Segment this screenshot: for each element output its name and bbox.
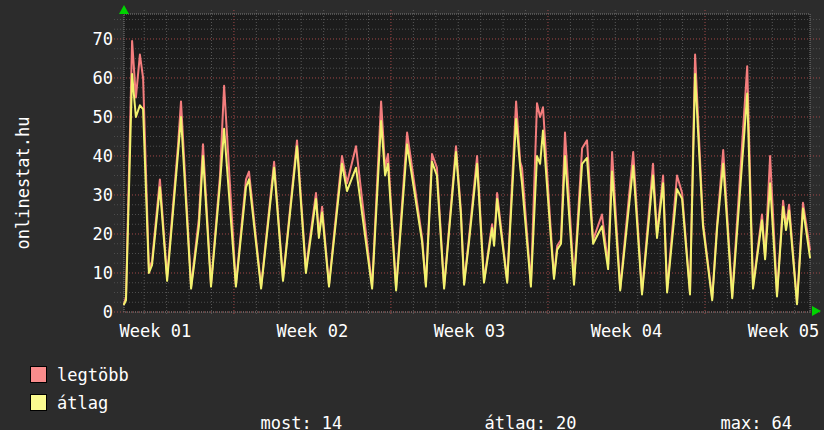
stat-most-value: 14 [322, 413, 342, 430]
y-axis-label: 20 [63, 224, 113, 244]
chart-canvas [112, 2, 824, 320]
y-axis-label: 60 [63, 68, 113, 88]
x-axis-label: Week 04 [566, 321, 686, 341]
stat-max-value: 64 [771, 413, 791, 430]
y-axis-label: 10 [63, 263, 113, 283]
y-axis-label: 70 [63, 29, 113, 49]
x-axis-arrow-icon [812, 306, 821, 316]
stat-atlag: átlag:20 [464, 393, 576, 430]
stat-atlag-value: 20 [556, 413, 576, 430]
stat-max: max:64 [700, 393, 792, 430]
graph-page: { "watermark": "onlinestat.hu", "chart_d… [0, 0, 824, 430]
x-axis-label: Week 05 [724, 321, 824, 341]
legend-label-legtobb: legtöbb [57, 365, 129, 385]
x-axis-label: Week 02 [252, 321, 372, 341]
stat-atlag-label: átlag: [484, 413, 545, 430]
y-axis-label: 40 [63, 146, 113, 166]
legend-swatch-atlag [30, 394, 47, 411]
x-axis-label: Week 03 [409, 321, 529, 341]
y-axis-label: 50 [63, 107, 113, 127]
y-axis-label: 30 [63, 185, 113, 205]
legend-swatch-legtobb [30, 366, 47, 383]
stat-most: most:14 [240, 393, 342, 430]
y-axis-arrow-icon [119, 5, 129, 14]
stat-most-label: most: [260, 413, 311, 430]
watermark-text: onlinestat.hu [13, 93, 35, 273]
x-axis-label: Week 01 [95, 321, 215, 341]
legend-label-atlag: átlag [57, 393, 108, 413]
stat-max-label: max: [720, 413, 761, 430]
y-axis-label: 0 [63, 302, 113, 322]
